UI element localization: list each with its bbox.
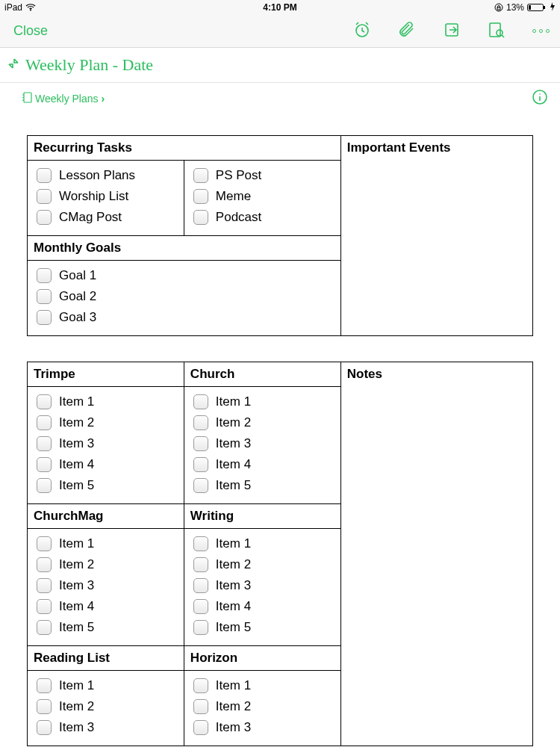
item-label: Item 2	[59, 699, 94, 714]
checkbox[interactable]	[193, 415, 208, 430]
item-label: Item 5	[216, 620, 251, 635]
checkbox[interactable]	[193, 599, 208, 614]
checkbox[interactable]	[193, 720, 208, 735]
section-cell: Item 1Item 2Item 3Item 4Item 5	[184, 529, 340, 646]
item-label: Item 2	[216, 699, 251, 714]
attachment-icon[interactable]	[398, 21, 416, 42]
checkbox[interactable]	[193, 210, 208, 225]
task-label: Worship List	[59, 189, 128, 204]
table-bottom: TrimpeChurchNotesItem 1Item 2Item 3Item …	[27, 362, 533, 746]
task-label: CMag Post	[59, 210, 122, 225]
chevron-right-icon: ›	[102, 93, 105, 105]
checkbox[interactable]	[37, 394, 52, 409]
checkbox[interactable]	[37, 720, 52, 735]
checkbox[interactable]	[37, 436, 52, 451]
section-cell: Item 1Item 2Item 3Item 4Item 5	[184, 387, 340, 504]
item-label: Item 3	[216, 720, 251, 735]
collapse-icon[interactable]	[7, 58, 19, 72]
more-icon[interactable]	[532, 29, 550, 33]
item-label: Item 3	[216, 436, 251, 451]
header-events: Important Events	[340, 136, 532, 336]
close-button[interactable]: Close	[13, 23, 48, 39]
checkbox[interactable]	[193, 536, 208, 551]
checkbox[interactable]	[193, 478, 208, 493]
svg-rect-5	[529, 5, 531, 10]
charging-icon	[550, 2, 556, 13]
task-label: Podcast	[216, 210, 261, 225]
section-cell: Item 1Item 2Item 3Item 4Item 5	[28, 387, 184, 504]
checkbox[interactable]	[193, 436, 208, 451]
checkbox[interactable]	[37, 536, 52, 551]
item-label: Item 4	[216, 457, 251, 472]
checkbox[interactable]	[193, 620, 208, 635]
section-header: Church	[184, 362, 340, 387]
section-header: Reading List	[28, 646, 184, 671]
svg-rect-10	[24, 93, 31, 102]
checkbox[interactable]	[37, 168, 52, 183]
toolbar: Close	[0, 15, 560, 48]
clock: 4:10 PM	[263, 2, 296, 13]
checkbox[interactable]	[37, 189, 52, 204]
section-header: Horizon	[184, 646, 340, 671]
checkbox[interactable]	[193, 578, 208, 593]
item-label: Item 4	[216, 599, 251, 614]
reminder-icon[interactable]	[353, 21, 371, 42]
info-icon[interactable]	[532, 89, 548, 108]
checkbox[interactable]	[37, 620, 52, 635]
checkbox[interactable]	[193, 699, 208, 714]
checkbox[interactable]	[193, 189, 208, 204]
wifi-icon	[25, 4, 36, 11]
checkbox[interactable]	[37, 310, 52, 325]
section-cell: Item 1Item 2Item 3	[28, 671, 184, 746]
item-label: Item 1	[216, 394, 251, 409]
header-monthly: Monthly Goals	[28, 236, 341, 261]
section-cell: Item 1Item 2Item 3	[184, 671, 340, 746]
checkbox[interactable]	[37, 678, 52, 693]
section-header: Trimpe	[28, 362, 184, 387]
battery-icon	[527, 3, 547, 12]
checkbox[interactable]	[37, 557, 52, 572]
checkbox[interactable]	[37, 478, 52, 493]
checkbox[interactable]	[193, 557, 208, 572]
checkbox[interactable]	[193, 457, 208, 472]
checkbox[interactable]	[193, 678, 208, 693]
item-label: Item 5	[216, 478, 251, 493]
checkbox[interactable]	[193, 394, 208, 409]
task-label: Meme	[216, 189, 251, 204]
svg-point-15	[539, 93, 541, 95]
checkbox[interactable]	[37, 210, 52, 225]
note-body[interactable]: Recurring Tasks Important Events Lesson …	[0, 114, 560, 746]
checkbox[interactable]	[37, 599, 52, 614]
item-label: Item 4	[59, 599, 94, 614]
item-label: Item 5	[59, 620, 94, 635]
breadcrumb[interactable]: Weekly Plans ›	[22, 92, 105, 105]
goal-label: Goal 1	[59, 268, 96, 283]
checkbox[interactable]	[37, 699, 52, 714]
title-row: Weekly Plan - Date	[0, 48, 560, 83]
checkbox[interactable]	[37, 268, 52, 283]
checkbox[interactable]	[37, 578, 52, 593]
item-label: Item 3	[216, 578, 251, 593]
goal-label: Goal 3	[59, 310, 96, 325]
goal-label: Goal 2	[59, 289, 96, 304]
section-header: Writing	[184, 504, 340, 529]
item-label: Item 2	[59, 557, 94, 572]
find-in-note-icon[interactable]	[488, 21, 505, 42]
item-label: Item 2	[216, 415, 251, 430]
svg-rect-2	[497, 7, 500, 10]
cell-recurring-b: PS Post Meme Podcast	[184, 161, 340, 236]
item-label: Item 1	[59, 678, 94, 693]
checkbox[interactable]	[37, 457, 52, 472]
item-label: Item 1	[216, 678, 251, 693]
checkbox[interactable]	[193, 168, 208, 183]
section-cell: Item 1Item 2Item 3Item 4Item 5	[28, 529, 184, 646]
orientation-lock-icon	[494, 3, 503, 12]
page-title[interactable]: Weekly Plan - Date	[25, 55, 153, 75]
checkbox[interactable]	[37, 415, 52, 430]
item-label: Item 1	[59, 394, 94, 409]
checkbox[interactable]	[37, 289, 52, 304]
item-label: Item 5	[59, 478, 94, 493]
task-label: PS Post	[216, 168, 261, 183]
share-icon[interactable]	[443, 21, 461, 42]
item-label: Item 1	[216, 536, 251, 551]
